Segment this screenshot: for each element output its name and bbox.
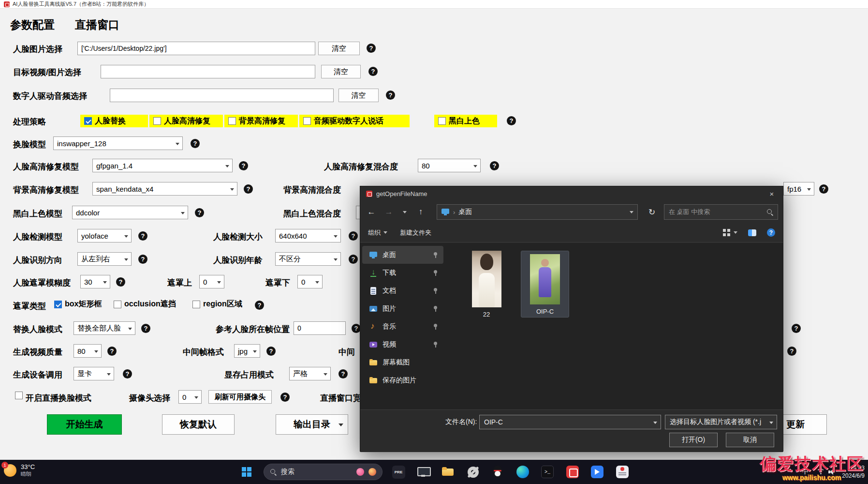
app-clipboard-icon[interactable] [615,464,630,480]
refresh-icon[interactable] [645,204,659,220]
edge-browser-icon[interactable] [515,464,530,480]
help-camera-icon[interactable] [280,393,290,402]
clear-face-image-button[interactable]: 清空 [318,42,360,55]
audio-input[interactable] [110,89,334,102]
help-swap-model-icon[interactable] [191,139,200,148]
ref-frame-input[interactable]: 0 [294,321,346,335]
replace-mode-select[interactable]: 替换全部人脸 [74,321,135,335]
face-hd-blend-select[interactable]: 80 [418,159,481,172]
mask-blur-select[interactable]: 30 [80,275,110,288]
file-item-oip-c[interactable]: OIP-C [521,251,569,318]
sidebar-item-videos[interactable]: 视频 [362,335,443,353]
bg-hd-model-select[interactable]: span_kendata_x4 [92,182,237,196]
mask-type-region-checkbox[interactable]: region区域 [192,299,242,309]
file-item-22[interactable]: 22 [461,251,512,318]
help-face-hd-blend-icon[interactable] [490,161,499,170]
help-frame-format-icon[interactable] [266,347,276,356]
up-icon[interactable] [413,204,428,220]
dialog-titlebar[interactable]: getOpenFileName [360,186,783,201]
sidebar-item-desktop[interactable]: 桌面 [362,246,443,264]
forward-icon[interactable] [382,204,396,220]
new-folder-button[interactable]: 新建文件夹 [400,228,431,237]
dialog-close-icon[interactable] [761,186,783,201]
colorize-model-select[interactable]: ddcolor [72,206,188,219]
frame-format-select[interactable]: jpg [234,344,260,358]
help-detect-model-icon[interactable] [138,231,147,241]
sidebar-item-saved-pictures[interactable]: 保存的图片 [362,371,443,389]
help-target-video-icon[interactable] [368,67,378,76]
help-face-hd-model-icon[interactable] [239,161,248,170]
cancel-button[interactable]: 取消 [726,433,774,447]
weather-widget[interactable]: 1 33°C 晴朗 [4,463,35,477]
recent-locations-icon[interactable] [399,204,411,220]
file-type-filter-combo[interactable]: 选择目标人脸图片或者视频 (*.j [665,415,777,429]
sidebar-item-screenshots[interactable]: 屏幕截图 [362,353,443,371]
help-video-quality-icon[interactable] [107,347,117,356]
clear-audio-button[interactable]: 清空 [338,89,379,102]
app-pc-icon[interactable] [415,464,431,480]
app-pre-icon[interactable]: PRE [391,464,406,480]
back-icon[interactable] [364,204,379,220]
recog-direction-select[interactable]: 从左到右 [77,252,132,266]
settings-gear-icon[interactable] [465,464,481,480]
mask-type-occlusion-checkbox[interactable]: occlusion遮挡 [114,299,176,309]
filename-combo[interactable]: OIP-C [479,415,661,429]
vram-mode-select[interactable]: 严格 [289,367,331,380]
breadcrumb[interactable]: 桌面 [458,208,472,216]
help-right-2-icon[interactable] [787,347,796,356]
terminal-icon[interactable] [540,464,555,480]
strategy-audio-driven-checkbox[interactable]: 音频驱动数字人说话 [299,115,410,127]
mask-top-select[interactable]: 0 [199,275,224,288]
help-colorize-model-icon[interactable] [195,208,204,217]
face-swap-app-icon[interactable] [565,464,580,480]
clear-target-video-button[interactable]: 清空 [321,65,361,78]
tab-param-config[interactable]: 参数配置 [10,17,55,32]
strategy-bg-hd-checkbox[interactable]: 背景高清修复 [224,115,298,127]
refresh-camera-button[interactable]: 刷新可用摄像头 [208,390,272,404]
help-fp16-icon[interactable] [819,184,828,194]
help-face-image-icon[interactable] [367,44,376,53]
help-audio-icon[interactable] [386,91,395,100]
help-mask-type-icon[interactable] [255,301,264,310]
camera-select[interactable]: 0 [178,390,202,404]
address-dropdown-icon[interactable] [630,211,633,213]
target-video-input[interactable] [101,65,315,78]
live-mode-checkbox[interactable] [15,392,23,399]
device-select[interactable]: 显卡 [74,367,114,380]
help-vram-mode-icon[interactable] [338,369,348,378]
face-image-input[interactable]: ['C:/Users/1/Desktop/22.jpg'] [77,42,315,55]
help-device-icon[interactable] [123,369,132,378]
help-bg-hd-model-icon[interactable] [244,184,253,194]
start-button[interactable] [242,467,251,477]
sidebar-item-documents[interactable]: 文档 [362,282,443,300]
help-strategy-icon[interactable] [507,116,516,125]
help-detect-size-icon[interactable] [349,231,358,241]
open-button[interactable]: 打开(O) [669,433,718,447]
detect-size-select[interactable]: 640x640 [275,229,341,242]
restore-defaults-button[interactable]: 恢复默认 [162,414,235,435]
dialog-help-icon[interactable] [767,228,775,237]
help-right-1-icon[interactable] [792,324,801,333]
preview-pane-icon[interactable] [748,229,756,236]
sidebar-item-pictures[interactable]: 图片 [362,300,443,318]
strategy-colorize-checkbox[interactable]: 黑白上色 [434,115,497,127]
qq-icon[interactable] [490,464,505,480]
address-bar[interactable]: › 桌面 [437,204,638,220]
video-quality-select[interactable]: 80 [74,344,102,358]
help-recog-age-icon[interactable] [349,255,358,264]
organize-button[interactable]: 组织 [368,228,387,237]
help-replace-mode-icon[interactable] [141,324,150,333]
view-mode-button[interactable] [723,229,737,237]
start-generate-button[interactable]: 开始生成 [47,414,122,435]
output-dir-button[interactable]: 输出目录 [276,414,348,435]
help-mask-blur-icon[interactable] [116,277,125,287]
fp16-select[interactable]: fp16 [783,182,814,196]
recog-age-select[interactable]: 不区分 [275,252,341,266]
search-box[interactable]: 在 桌面 中搜索 [664,204,778,220]
taskbar-search[interactable]: 搜索 [264,464,383,480]
app-blue-icon[interactable] [589,464,605,480]
detect-model-select[interactable]: yoloface [77,229,132,242]
file-explorer-icon[interactable] [440,464,456,480]
mask-bottom-select[interactable]: 0 [297,275,323,288]
mask-type-box-checkbox[interactable]: box矩形框 [54,299,102,309]
